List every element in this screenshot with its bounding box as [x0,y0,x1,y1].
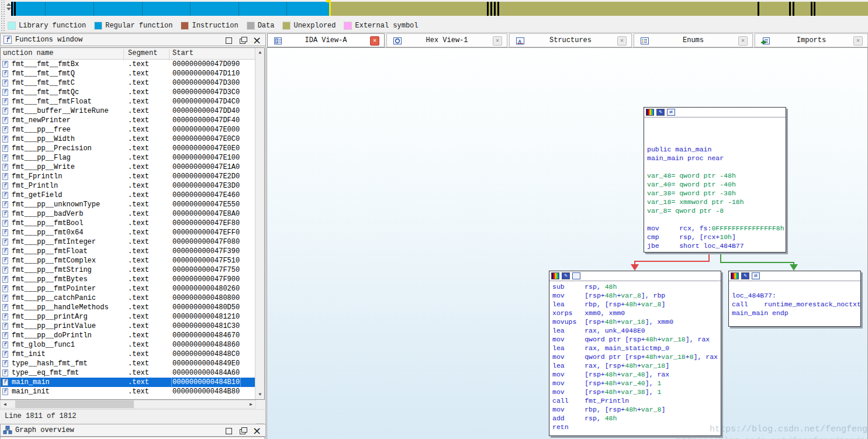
node-titlebar[interactable]: ✎ ⇄ [729,271,860,281]
disasm-line[interactable]: var_8= qword ptr -8 [647,206,786,215]
table-row[interactable]: ffmt___pp__fmtInteger.text000000000047F0… [1,237,255,247]
table-row[interactable]: ffmt___pp__handleMethods.text00000000004… [1,303,255,312]
scroll-up-arrow-icon[interactable] [255,48,265,57]
table-row[interactable]: ffmt___pp__unknownType.text000000000047E… [1,200,255,209]
disasm-line[interactable]: var_18= xmmword ptr -18h [647,198,786,206]
horizontal-scrollbar-thumb[interactable] [15,400,134,408]
tab-close-icon[interactable] [617,36,627,46]
tab-close-icon[interactable] [853,36,863,46]
scroll-left-arrow-icon[interactable] [1,400,9,408]
table-row[interactable]: ffmt___pp__fmtBytes.text000000000047F900 [1,275,255,284]
tab-ida-view-a[interactable]: IDA View-A [267,33,385,47]
close-button[interactable] [252,36,262,45]
tab-close-icon[interactable] [738,36,748,46]
disasm-line[interactable]: loc_484B77: [732,291,860,300]
disasm-line[interactable]: public main_main [647,145,786,154]
band-scroll-arrows[interactable] [6,3,11,13]
disasm-line[interactable]: call runtime_morestack_noctxt [732,300,860,309]
disasm-line[interactable]: lea rax, unk_4948E0 [552,326,721,335]
table-row[interactable]: ffmt___pp__Write.text000000000047E1A0 [1,163,255,172]
table-row[interactable]: ffmt___pp__fmtComplex.text000000000047F5… [1,256,255,265]
disasm-line[interactable]: mov qword ptr [rsp+48h+var_18], rax [552,335,721,344]
graph-overview-titlebar[interactable]: Graph overview [0,424,266,437]
table-row[interactable]: ffmt___pp__free.text000000000047E000 [1,125,255,134]
table-row[interactable]: ffmt___pp__Flag.text000000000047E100 [1,153,255,163]
disasm-line[interactable]: lea rax, main_statictmp_0 [552,344,721,352]
maximize-button[interactable] [224,426,234,435]
disasm-line[interactable]: mov [rsp+48h+var_48], rax [552,370,721,379]
disasm-line[interactable] [647,136,786,145]
disasm-line[interactable] [647,127,786,136]
table-row[interactable]: ftype__eq_fmt_fmt.text0000000000484A60 [1,368,255,378]
disasm-line[interactable] [732,282,860,291]
node-color-icon[interactable] [646,109,654,116]
tab-close-icon[interactable] [493,36,502,46]
tab-structures[interactable]: A Structures [509,33,632,47]
node-edit-icon[interactable]: ✎ [656,109,665,116]
table-row[interactable]: ffmt___pp__fmt0x64.text000000000047EFF0 [1,228,255,237]
disasm-line[interactable]: mov qword ptr [rsp+48h+var_18+8], rax [552,352,721,361]
disasm-line[interactable] [647,215,786,224]
table-row[interactable]: ffmt___pp__fmtPointer.text00000000004802… [1,284,255,293]
graph-node-morestack[interactable]: ✎ ⇄ loc_484B77:call runtime_morestack_no… [728,271,861,327]
table-row[interactable]: ffmt_Fprintln.text000000000047E2D0 [1,172,255,181]
column-header-segment[interactable]: Segment [128,49,157,57]
disasm-line[interactable]: cmp rsp, [rcx+10h] [647,233,786,241]
table-row[interactable]: ffmt___fmt__fmtC.text000000000047D300 [1,78,255,88]
node-titlebar[interactable]: ✎ ⇄ [644,108,786,117]
table-row[interactable]: ffmt_glob__func1.text0000000000484860 [1,340,255,350]
node-edit-icon[interactable]: ✎ [741,272,749,279]
disasm-line[interactable]: main_main proc near [647,154,786,163]
disasm-line[interactable]: mov rcx, fs:0FFFFFFFFFFFFFFF8h [647,224,786,233]
column-header-name[interactable]: unction name [3,49,53,57]
band-regular-segment[interactable] [11,2,329,16]
table-row[interactable]: ffmt___fmt__fmtQc.text000000000047D3C0 [1,88,255,97]
disasm-line[interactable]: lea rbp, [rsp+48h+var_8] [552,300,721,309]
disasm-line[interactable]: main_main endp [732,309,860,317]
table-row[interactable]: ffmt___pp__printArg.text0000000000481210 [1,312,255,322]
disasm-line[interactable]: movups [rsp+48h+var_18], xmm0 [552,317,721,326]
float-button[interactable] [238,426,248,435]
table-row[interactable]: ffmt___pp__Precision.text000000000047E0E… [1,144,255,153]
disasm-line[interactable] [647,163,786,171]
graph-node-body[interactable]: ✎ sub rsp, 48hmov [rsp+48h+var_8], rbple… [549,271,721,436]
disasm-line[interactable]: mov rbp, [rsp+48h+var_8] [552,405,721,414]
tab-enums[interactable]: Enums [634,33,753,47]
disasm-line[interactable]: jbe short loc_484B77 [647,241,786,250]
graph-node-entry[interactable]: ✎ ⇄ public main_mainmain_main proc near … [644,107,786,253]
close-button[interactable] [252,426,262,435]
graph-overview-canvas[interactable] [0,437,265,439]
disasm-line[interactable]: var_48= qword ptr -48h [647,171,786,180]
table-row[interactable]: ffmt_init.text00000000004848C0 [1,350,255,359]
column-separator[interactable] [123,49,124,61]
disasm-line[interactable]: mov [rsp+48h+var_40], 1 [552,379,721,388]
node-color-icon[interactable] [551,272,559,279]
table-row[interactable]: fmain_init.text0000000000484B80 [1,387,255,396]
tab-close-icon[interactable] [370,36,379,46]
table-row[interactable]: ffmt___pp__Width.text000000000047E0C0 [1,134,255,144]
disasm-line[interactable]: call fmt_Println [552,396,721,405]
functions-table-header[interactable]: unction name Segment Start [1,48,255,60]
table-row[interactable]: ffmt___fmt__fmtBx.text000000000047D090 [1,60,255,69]
horizontal-scrollbar[interactable] [0,400,256,409]
functions-window-titlebar[interactable]: f Functions window [0,33,266,46]
scroll-right-arrow-icon[interactable] [247,400,255,408]
disasm-line[interactable]: lea rax, [rsp+48h+var_18] [552,361,721,370]
float-button[interactable] [238,36,248,45]
table-row[interactable]: ffmt___pp__fmtBool.text000000000047EF80 [1,219,255,228]
band-scroll-up-icon[interactable] [6,3,11,6]
node-xrefs-icon[interactable]: ⇄ [752,272,760,279]
node-titlebar[interactable]: ✎ [549,271,721,281]
table-row[interactable]: ffmt___pp__catchPanic.text00000000004808… [1,293,255,303]
disasm-line[interactable]: var_40= qword ptr -40h [647,180,786,189]
disasm-line[interactable]: mov [rsp+48h+var_38], 1 [552,388,721,396]
table-row[interactable]: ffmt___pp__badVerb.text000000000047E8A0 [1,209,255,219]
node-xrefs-icon[interactable]: ⇄ [667,109,675,116]
disasm-line[interactable]: xorps xmm0, xmm0 [552,309,721,317]
disasm-line[interactable]: var_38= qword ptr -38h [647,189,786,198]
table-row[interactable]: ffmt_newPrinter.text000000000047DF40 [1,116,255,125]
table-row[interactable]: ffmt___buffer__WriteRune.text00000000004… [1,106,255,116]
table-row[interactable]: ffmt___pp__printValue.text0000000000481C… [1,322,255,331]
graph-canvas[interactable]: ✎ ⇄ public main_mainmain_main proc near … [267,47,868,439]
vertical-scrollbar[interactable] [255,48,264,399]
